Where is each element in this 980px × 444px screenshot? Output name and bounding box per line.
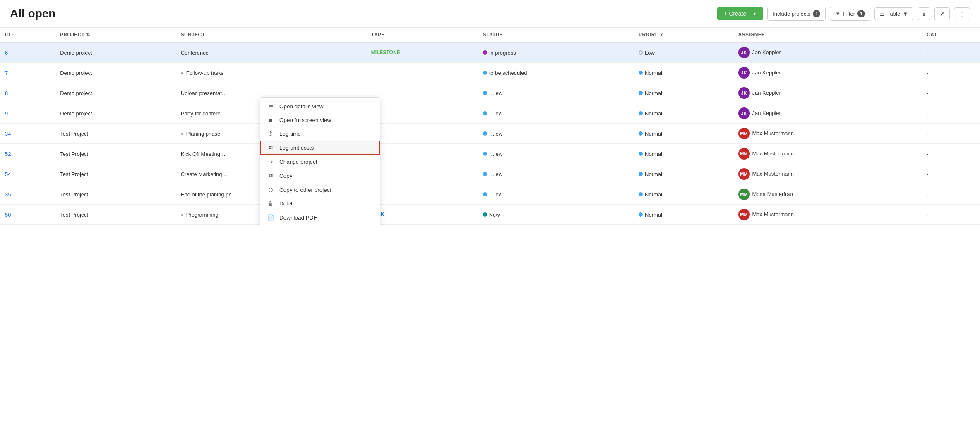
create-button[interactable]: + Create ▼ <box>717 7 763 20</box>
cell-project: Demo project <box>55 63 176 83</box>
cell-id[interactable]: 8 <box>0 83 55 103</box>
table-label: Table <box>887 11 900 17</box>
cell-project: Test Project <box>55 205 176 225</box>
avatar: JK <box>738 67 750 79</box>
table-row[interactable]: 7Demo project▾ Follow-up tasksto be sche… <box>0 63 980 83</box>
table-row[interactable]: 8Demo projectUpload presentat……iewNormal… <box>0 83 980 103</box>
cell-project: Test Project <box>55 144 176 164</box>
context-menu-item-log-unit-costs[interactable]: ≋Log unit costs <box>260 141 380 155</box>
include-projects-button[interactable]: Include projects 1 <box>767 7 826 21</box>
cell-id[interactable]: 35 <box>0 184 55 205</box>
cell-type <box>366 144 478 164</box>
col-id[interactable]: ID ↑ <box>0 28 55 42</box>
cell-type: MILESTONE <box>366 42 478 63</box>
cell-priority: Normal <box>634 205 733 225</box>
cell-id[interactable]: 6 <box>0 42 55 63</box>
layers-icon: ≋ <box>267 144 274 151</box>
sort-icon: ↑ <box>12 32 14 37</box>
info-button[interactable]: ℹ <box>918 7 930 20</box>
cell-priority: Normal <box>634 103 733 124</box>
cell-subject[interactable]: Conference <box>176 42 366 63</box>
context-menu-item-log-time[interactable]: ⏱Log time <box>260 127 380 141</box>
context-menu-item-open-details[interactable]: ▤Open details view <box>260 99 380 113</box>
cell-subject[interactable]: ▾ Follow-up tasks <box>176 63 366 83</box>
cell-assignee: MMMax Mustermann <box>733 124 922 144</box>
context-menu-item-delete[interactable]: 🗑Delete <box>260 197 380 210</box>
table-row[interactable]: 9Demo projectParty for confere……iewNorma… <box>0 103 980 124</box>
table-row[interactable]: 54Test ProjectCreate Marketing……iewNorma… <box>0 164 980 184</box>
cell-type <box>366 103 478 124</box>
cell-id[interactable]: 7 <box>0 63 55 83</box>
cell-assignee: JKJan Keppler <box>733 63 922 83</box>
avatar: JK <box>738 87 750 99</box>
include-projects-label: Include projects <box>773 11 810 17</box>
table-row[interactable]: 50Test Project▾ ProgrammingTASKNewNormal… <box>0 205 980 225</box>
table-body: 6Demo projectConferenceMILESTONEIn progr… <box>0 42 980 225</box>
cell-assignee: JKJan Keppler <box>733 103 922 124</box>
col-cat[interactable]: CAT <box>922 28 980 42</box>
col-assignee[interactable]: ASSIGNEE <box>733 28 922 42</box>
priority-dot <box>639 212 643 217</box>
status-dot <box>483 71 487 75</box>
status-dot <box>483 192 487 196</box>
cell-priority: Normal <box>634 144 733 164</box>
filter-badge: 1 <box>858 10 865 17</box>
priority-dot <box>639 131 643 136</box>
table-row[interactable]: 52Test ProjectKick Off Meeting……iewNorma… <box>0 144 980 164</box>
context-menu-item-copy[interactable]: ⧉Copy <box>260 169 380 183</box>
context-menu-label: Open fullscreen view <box>279 117 331 123</box>
cell-id[interactable]: 34 <box>0 124 55 144</box>
cell-status: In progress <box>478 42 634 63</box>
cell-type <box>366 164 478 184</box>
cell-assignee: MMMona Musterfrau <box>733 184 922 205</box>
cell-assignee: JKJan Keppler <box>733 42 922 63</box>
cell-type <box>366 83 478 103</box>
col-type[interactable]: TYPE <box>366 28 478 42</box>
filter-button[interactable]: ▼ Filter 1 <box>830 7 870 21</box>
avatar: MM <box>738 189 750 200</box>
cell-priority: Normal <box>634 164 733 184</box>
cell-type: TASK <box>366 205 478 225</box>
cell-project: Demo project <box>55 103 176 124</box>
table-row[interactable]: 34Test Project▾ Planing phase…iewNormalM… <box>0 124 980 144</box>
context-menu-item-download-pdf[interactable]: 📄Download PDF <box>260 210 380 224</box>
status-dot <box>483 91 487 95</box>
context-menu-item-change-project[interactable]: ↪Change project <box>260 155 380 169</box>
status-dot <box>483 152 487 156</box>
avatar: JK <box>738 47 750 58</box>
table-row[interactable]: 35Test ProjectEnd of the planing ph……iew… <box>0 184 980 205</box>
cell-type <box>366 63 478 83</box>
chevron-icon[interactable]: ▾ <box>181 212 185 217</box>
context-menu-item-open-fullscreen[interactable]: ■Open fullscreen view <box>260 113 380 127</box>
cell-project: Test Project <box>55 164 176 184</box>
context-menu-item-download-atom[interactable]: 📋Download Atom <box>260 224 380 225</box>
priority-dot <box>639 152 643 156</box>
copy-out-icon: ⬡ <box>267 186 274 193</box>
chevron-icon[interactable]: ▾ <box>181 131 185 136</box>
cell-status: …iew <box>478 164 634 184</box>
table-row[interactable]: 6Demo projectConferenceMILESTONEIn progr… <box>0 42 980 63</box>
col-project[interactable]: PROJECT ⇅ <box>55 28 176 42</box>
cell-id[interactable]: 54 <box>0 164 55 184</box>
more-button[interactable]: ⋮ <box>954 7 970 20</box>
header-bar: All open + Create ▼ Include projects 1 ▼… <box>0 0 980 28</box>
expand-button[interactable]: ⤢ <box>934 7 950 20</box>
col-status[interactable]: STATUS <box>478 28 634 42</box>
chevron-icon[interactable]: ▾ <box>181 71 185 76</box>
context-menu-label: Log time <box>279 131 301 137</box>
context-menu-item-copy-to-other[interactable]: ⬡Copy to other project <box>260 183 380 197</box>
cell-cat: - <box>922 164 980 184</box>
cell-assignee: MMMax Mustermann <box>733 205 922 225</box>
table-view-button[interactable]: ☰ Table ▼ <box>874 7 913 20</box>
file-pdf-icon: 📄 <box>267 214 274 221</box>
trash-icon: 🗑 <box>267 201 274 207</box>
cell-id[interactable]: 52 <box>0 144 55 164</box>
col-priority[interactable]: PRIORITY <box>634 28 733 42</box>
cell-status: …iew <box>478 124 634 144</box>
col-subject[interactable]: SUBJECT <box>176 28 366 42</box>
cell-id[interactable]: 50 <box>0 205 55 225</box>
filter-icon: ▼ <box>835 11 841 17</box>
cell-id[interactable]: 9 <box>0 103 55 124</box>
context-menu-label: Copy to other project <box>279 187 331 193</box>
cell-type <box>366 184 478 205</box>
